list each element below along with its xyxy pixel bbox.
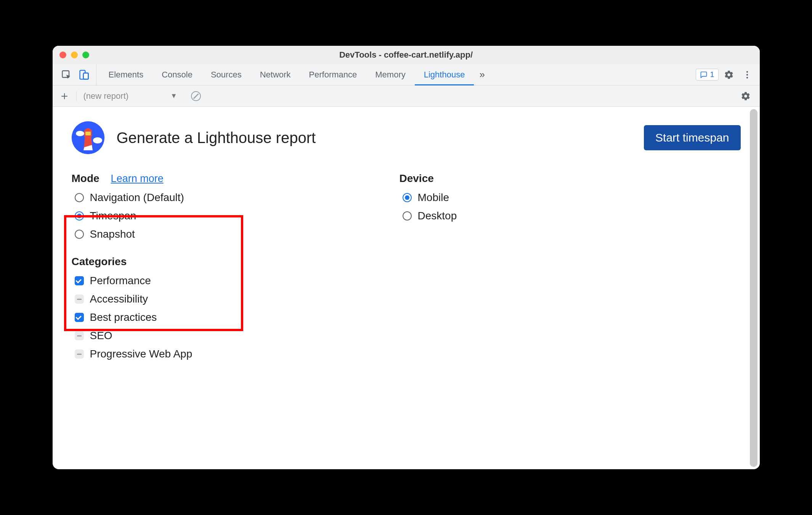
svg-rect-2: [83, 73, 88, 79]
page-title: Generate a Lighthouse report: [117, 129, 316, 146]
tabs: Elements Console Sources Network Perform…: [96, 64, 696, 85]
tab-memory[interactable]: Memory: [366, 64, 414, 85]
report-dropdown[interactable]: (new report) ▼: [76, 91, 177, 101]
category-best-practices[interactable]: Best practices: [75, 311, 400, 323]
radio-icon: [403, 211, 412, 220]
issues-count: 1: [710, 70, 714, 79]
svg-point-6: [746, 77, 748, 78]
radio-icon: [403, 193, 412, 202]
tab-sources[interactable]: Sources: [202, 64, 251, 85]
device-option-desktop[interactable]: Desktop: [403, 210, 457, 222]
titlebar: DevTools - coffee-cart.netlify.app/: [53, 46, 760, 64]
inspect-element-icon[interactable]: [61, 69, 72, 80]
category-accessibility[interactable]: Accessibility: [75, 293, 400, 305]
tab-performance[interactable]: Performance: [300, 64, 366, 85]
device-section: Device Mobile Desktop: [400, 172, 457, 360]
dropdown-caret-icon: ▼: [170, 92, 177, 100]
start-timespan-button[interactable]: Start timespan: [644, 125, 740, 150]
tab-lighthouse[interactable]: Lighthouse: [415, 64, 474, 85]
svg-point-5: [746, 74, 748, 75]
checkbox-icon: [75, 295, 84, 304]
settings-icon[interactable]: [721, 67, 737, 83]
radio-icon: [75, 230, 84, 239]
mode-option-timespan[interactable]: Timespan: [75, 210, 400, 222]
clear-icon[interactable]: [191, 91, 201, 101]
window-title: DevTools - coffee-cart.netlify.app/: [53, 50, 760, 60]
option-label: Navigation (Default): [90, 192, 184, 204]
tabs-overflow-button[interactable]: »: [474, 64, 490, 85]
lighthouse-logo-icon: [72, 121, 104, 154]
report-dropdown-label: (new report): [83, 91, 129, 101]
device-toolbar-icon[interactable]: [79, 69, 89, 80]
option-label: Mobile: [418, 192, 449, 204]
option-label: Timespan: [90, 210, 136, 222]
checkbox-icon: [75, 331, 84, 340]
learn-more-link[interactable]: Learn more: [111, 173, 164, 185]
mode-option-navigation[interactable]: Navigation (Default): [75, 192, 400, 204]
option-label: Best practices: [90, 311, 157, 323]
categories-heading: Categories: [72, 256, 400, 268]
checkbox-icon: [75, 276, 84, 285]
svg-rect-12: [85, 132, 91, 135]
svg-point-4: [746, 71, 748, 72]
mode-heading: Mode: [72, 172, 99, 185]
mode-section: Mode Learn more Navigation (Default) Tim…: [72, 172, 400, 360]
option-label: Performance: [90, 275, 151, 287]
radio-icon: [75, 193, 84, 202]
issues-badge[interactable]: 1: [696, 69, 718, 80]
more-menu-icon[interactable]: [739, 67, 755, 83]
lighthouse-settings-icon[interactable]: [738, 88, 754, 104]
option-label: Snapshot: [90, 228, 135, 240]
checkbox-icon: [75, 349, 84, 359]
svg-point-9: [93, 137, 102, 143]
tab-console[interactable]: Console: [152, 64, 202, 85]
new-report-button[interactable]: ＋: [59, 88, 69, 104]
category-seo[interactable]: SEO: [75, 330, 400, 342]
option-label: Desktop: [418, 210, 457, 222]
svg-point-8: [76, 131, 84, 136]
category-pwa[interactable]: Progressive Web App: [75, 348, 400, 360]
option-label: SEO: [90, 330, 112, 342]
radio-icon: [75, 211, 84, 220]
lighthouse-toolbar: ＋ (new report) ▼: [53, 85, 760, 107]
checkbox-icon: [75, 313, 84, 322]
lighthouse-panel: Generate a Lighthouse report Start times…: [53, 107, 760, 469]
vertical-scrollbar[interactable]: [750, 109, 757, 467]
option-label: Progressive Web App: [90, 348, 193, 360]
option-label: Accessibility: [90, 293, 148, 305]
category-performance[interactable]: Performance: [75, 275, 400, 287]
tab-elements[interactable]: Elements: [99, 64, 153, 85]
mode-option-snapshot[interactable]: Snapshot: [75, 228, 400, 240]
devtools-window: DevTools - coffee-cart.netlify.app/ Elem…: [53, 46, 760, 469]
device-option-mobile[interactable]: Mobile: [403, 192, 457, 204]
tab-network[interactable]: Network: [251, 64, 300, 85]
devtools-tabbar: Elements Console Sources Network Perform…: [53, 64, 760, 85]
device-heading: Device: [400, 172, 434, 185]
